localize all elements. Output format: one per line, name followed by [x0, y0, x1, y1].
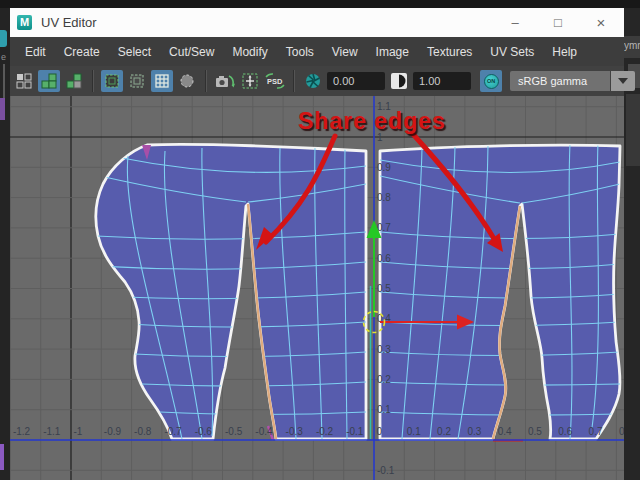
background-left-text: e: [1, 52, 6, 62]
psd-network-icon[interactable]: PSD: [264, 70, 286, 92]
background-app-strip-left: e: [0, 8, 10, 480]
exposure-aperture-icon[interactable]: [302, 70, 324, 92]
toolbar-separator: [205, 70, 207, 92]
texture-borders-off-icon[interactable]: [126, 70, 148, 92]
screen: e ymn M UV Editor – □ × EditCreateSelect…: [0, 0, 640, 480]
toolbar: PSD 0.00 1.00 ON sRGB gamma: [10, 66, 624, 96]
contrast-icon[interactable]: [388, 70, 410, 92]
axis-label: 0.6: [558, 426, 572, 437]
axis-label: -0.6: [195, 426, 213, 437]
menu-item-help[interactable]: Help: [543, 45, 586, 59]
axis-label: -0.7: [164, 426, 182, 437]
background-right-panel: [626, 94, 640, 166]
dropdown-arrow-button[interactable]: [611, 71, 635, 91]
axis-label: -0.4: [255, 426, 273, 437]
menu-item-create[interactable]: Create: [55, 45, 109, 59]
uv-snapshot-camera-icon[interactable]: [214, 70, 236, 92]
axis-label: -1.1: [43, 426, 61, 437]
axis-label: 0.7: [377, 222, 391, 233]
close-button[interactable]: ×: [594, 14, 608, 31]
axis-label: 0.2: [437, 426, 451, 437]
maximize-button[interactable]: □: [551, 15, 565, 30]
axis-label: -0.1: [346, 426, 364, 437]
menu-bar: EditCreateSelectCut/SewModifyToolsViewIm…: [10, 37, 624, 66]
axis-label: 0.7: [589, 426, 603, 437]
background-app-strip-top: [0, 0, 640, 8]
axis-label: 0.2: [377, 374, 391, 385]
axis-label: 0.8: [619, 426, 624, 437]
uv-editor-window: M UV Editor – □ × EditCreateSelectCut/Se…: [10, 8, 624, 480]
gamma-on-toggle[interactable]: ON: [480, 70, 502, 92]
maya-app-icon: M: [17, 15, 32, 30]
axis-label: -0.2: [316, 426, 334, 437]
texture-borders-on-icon[interactable]: [101, 70, 123, 92]
colorspace-value: sRGB gamma: [510, 71, 610, 91]
menu-item-textures[interactable]: Textures: [418, 45, 481, 59]
uv-editor-svg[interactable]: -1.2-1.1-1-0.9-0.8-0.7-0.6-0.5-0.4-0.3-0…: [10, 96, 624, 480]
display-tiles-alt-icon[interactable]: [63, 70, 85, 92]
contrast-field[interactable]: 1.00: [413, 72, 471, 90]
window-controls: – □ ×: [508, 14, 608, 31]
colorspace-dropdown[interactable]: sRGB gamma: [510, 71, 635, 91]
axis-label: 0.1: [407, 426, 421, 437]
uv-canvas[interactable]: -1.2-1.1-1-0.9-0.8-0.7-0.6-0.5-0.4-0.3-0…: [10, 96, 624, 480]
axis-label: 0.8: [377, 192, 391, 203]
menu-item-select[interactable]: Select: [109, 45, 160, 59]
menu-item-modify[interactable]: Modify: [223, 45, 276, 59]
background-right-text: ymn: [624, 36, 640, 58]
axis-label: 0.3: [377, 344, 391, 355]
menu-item-uv-sets[interactable]: UV Sets: [481, 45, 543, 59]
chevron-down-icon: [618, 78, 628, 84]
axis-label: 0.5: [528, 426, 542, 437]
pixel-snap-icon[interactable]: [176, 70, 198, 92]
toolbar-separator: [92, 70, 94, 92]
axis-label: 0.1: [377, 404, 391, 415]
uv-tile-layout-icon[interactable]: [13, 70, 35, 92]
background-purple-fragment: [0, 98, 5, 120]
uv-shell-right[interactable]: [380, 142, 620, 439]
move-uv-shell-icon[interactable]: [239, 70, 261, 92]
axis-label: -0.9: [104, 426, 122, 437]
menu-item-view[interactable]: View: [323, 45, 367, 59]
axis-label: 0.4: [498, 426, 512, 437]
menu-item-tools[interactable]: Tools: [277, 45, 323, 59]
axis-label: -0.5: [225, 426, 243, 437]
minimize-button[interactable]: –: [508, 15, 522, 30]
gamma-on-label: ON: [484, 74, 499, 89]
background-purple-fragment-2: [0, 444, 4, 470]
axis-label: -0.1: [377, 465, 395, 476]
window-title: UV Editor: [41, 15, 97, 30]
menu-item-cut-sew[interactable]: Cut/Sew: [160, 45, 223, 59]
axis-label: 0.9: [377, 162, 391, 173]
axis-label: 0.5: [377, 283, 391, 294]
axis-label: -1: [74, 426, 83, 437]
axis-label: 0: [377, 426, 383, 437]
axis-label: 0.3: [467, 426, 481, 437]
axis-label: 0.6: [377, 253, 391, 264]
axis-label: -0.3: [286, 426, 304, 437]
display-tiles-icon[interactable]: [38, 70, 60, 92]
grid-toggle-icon[interactable]: [151, 70, 173, 92]
background-slider-fragment: [3, 64, 5, 98]
toolbar-separator: [293, 70, 295, 92]
menu-item-edit[interactable]: Edit: [16, 45, 55, 59]
exposure-field[interactable]: 0.00: [327, 72, 385, 90]
svg-text:PSD: PSD: [267, 77, 283, 86]
annotation-text: Share edges: [298, 108, 446, 135]
axis-label: -1.2: [13, 426, 31, 437]
uv-shell-left[interactable]: [95, 144, 366, 439]
background-teal-fragment: [0, 30, 7, 47]
axis-label: -0.8: [134, 426, 152, 437]
menu-item-image[interactable]: Image: [367, 45, 418, 59]
title-bar[interactable]: M UV Editor – □ ×: [10, 8, 624, 37]
